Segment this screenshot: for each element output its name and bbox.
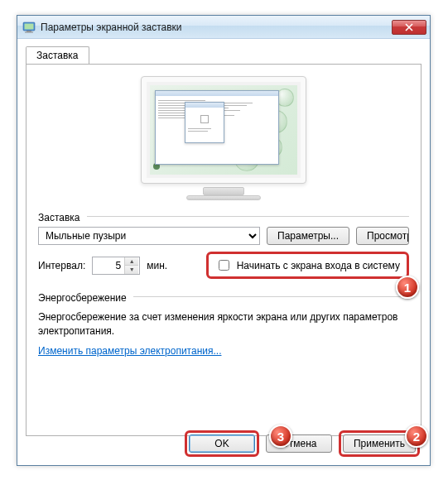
resume-checkbox-wrap[interactable]: Начинать с экрана входа в систему [209,254,407,276]
window-title: Параметры экранной заставки [41,22,392,33]
power-settings-link[interactable]: Изменить параметры электропитания... [38,345,221,357]
tab-screensaver[interactable]: Заставка [26,46,89,65]
ok-button[interactable]: OK [189,434,255,453]
screensaver-select[interactable]: Мыльные пузыри [38,227,260,245]
screensaver-settings-window: Параметры экранной заставки Заставка [17,15,431,466]
highlight-ok: OK [185,430,259,457]
interval-unit: мин. [147,260,167,271]
energy-group-label: Энергосбережение [38,292,127,304]
annotation-badge-2: 2 [405,425,428,448]
energy-text: Энергосбережение за счет изменения яркос… [38,310,409,338]
divider [133,296,409,297]
preview-button[interactable]: Просмотр [356,227,409,245]
tab-panel: Заставка Мыльные пузыри Параметры... Про… [26,64,422,436]
interval-spinner[interactable]: ▲ ▼ [92,257,140,275]
titlebar: Параметры экранной заставки [17,16,430,39]
interval-down[interactable]: ▼ [125,266,138,274]
annotation-badge-3: 3 [269,425,292,448]
params-button[interactable]: Параметры... [267,227,349,245]
footer-buttons: OK Отмена Применить [185,430,420,457]
resume-checkbox-label: Начинать с экрана входа в систему [237,260,400,271]
screensaver-group-label: Заставка [38,212,80,223]
interval-label: Интервал: [38,260,85,271]
svg-rect-1 [25,23,34,29]
svg-rect-2 [26,31,31,32]
close-button[interactable] [392,20,426,35]
svg-rect-3 [25,31,33,32]
divider [87,216,409,217]
resume-checkbox[interactable] [219,260,229,271]
interval-up[interactable]: ▲ [125,257,138,266]
app-icon [22,21,36,34]
annotation-badge-1: 1 [396,276,419,299]
preview-monitor [38,76,409,200]
highlight-resume-checkbox: Начинать с экрана входа в систему [206,252,409,279]
interval-input[interactable] [93,259,124,272]
tab-strip: Заставка [17,39,430,64]
